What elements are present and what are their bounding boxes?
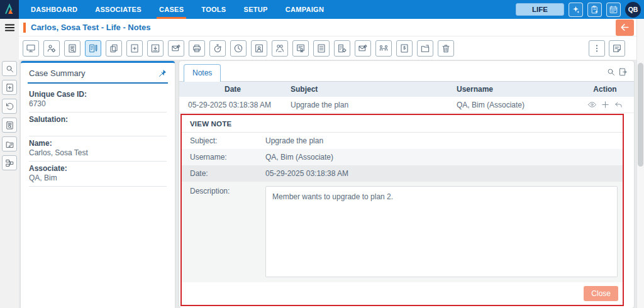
toolbar-save-button[interactable] <box>147 40 164 57</box>
summary-field-label: Unique Case ID: <box>29 90 167 99</box>
toolbar-document-search-button[interactable] <box>64 40 80 57</box>
nav-item-tools[interactable]: TOOLS <box>192 0 235 19</box>
view-note-field-value: Upgrade the plan <box>265 136 623 145</box>
nav-item-associates[interactable]: ASSOCIATES <box>86 0 150 19</box>
view-note-field-label: Subject: <box>182 136 265 145</box>
toolbar-copy-button[interactable] <box>106 40 122 57</box>
toolbar-email-compose-button[interactable] <box>355 40 371 57</box>
close-button[interactable]: Close <box>584 286 618 301</box>
view-note-footer: Close <box>182 282 623 305</box>
summary-field: Name:Carlos, Sosa Test <box>29 136 167 162</box>
search-icon <box>5 64 14 74</box>
view-eye-icon <box>587 100 597 109</box>
toolbar-folder-document-button[interactable] <box>417 40 433 57</box>
hamburger-menu-icon[interactable] <box>0 19 19 36</box>
toolbar-email-edit-button[interactable] <box>168 40 184 57</box>
rail-document-search-button[interactable] <box>2 118 17 133</box>
application-window: DASHBOARDASSOCIATESCASESTOOLSSETUPCAMPAI… <box>0 0 644 308</box>
summary-field: Unique Case ID:6730 <box>29 87 167 113</box>
copy-icon <box>109 43 119 53</box>
view-note-field-row: Date:05-29-2025 03:18:38 AM <box>182 165 623 182</box>
app-logo-icon[interactable] <box>0 0 19 19</box>
summary-field: Associate:QA, Bim <box>29 162 167 187</box>
company-settings-icon <box>337 43 347 53</box>
calendar-icon <box>609 5 618 14</box>
document-search-icon <box>5 121 14 130</box>
sparkles-button[interactable] <box>569 3 583 17</box>
notes-search-button[interactable] <box>606 67 616 77</box>
rail-search-button[interactable] <box>2 61 17 76</box>
toolbar-user-card-button[interactable] <box>251 40 267 57</box>
add-plus-icon <box>601 100 610 109</box>
rail-history-button[interactable] <box>2 99 17 114</box>
view-note-field-value: 05-29-2025 03:18:38 AM <box>265 169 623 178</box>
document-add-icon <box>130 43 140 53</box>
rail-workflow-button[interactable] <box>2 155 17 170</box>
table-row[interactable]: 05-29-2025 03:18:38 AMUpgrade the planQA… <box>179 97 634 113</box>
search-icon <box>606 67 616 77</box>
user-card-icon <box>254 43 264 53</box>
toolbar-kebab-menu-button[interactable] <box>589 40 605 57</box>
tab-notes[interactable]: Notes <box>184 64 221 82</box>
scrollbar-thumb[interactable] <box>638 63 643 167</box>
toolbar-users-link-button[interactable] <box>375 40 392 57</box>
folder-document-icon <box>420 43 430 53</box>
case-summary-panel: Case Summary Unique Case ID:6730Salutati… <box>21 61 175 308</box>
clipboard-add-button[interactable] <box>587 3 602 17</box>
description-textarea[interactable]: Member wants to upgrade to plan 2. <box>265 186 618 277</box>
summary-field-label: Name: <box>29 139 167 148</box>
calendar-button[interactable] <box>606 3 621 17</box>
user-avatar[interactable]: QB <box>625 2 641 18</box>
notes-export-button[interactable] <box>618 67 628 77</box>
reply-action-button[interactable] <box>614 100 623 109</box>
toolbar-clock-button[interactable] <box>230 40 247 57</box>
folder-edit-icon <box>5 140 14 149</box>
pin-icon[interactable] <box>158 69 167 78</box>
add-plus-action-button[interactable] <box>601 100 610 109</box>
notes-panel: Notes DateSubjectUsernameAction 05-29-20… <box>179 61 634 308</box>
users-link-icon <box>379 43 389 53</box>
save-icon <box>150 43 160 53</box>
vertical-scrollbar[interactable] <box>636 19 644 308</box>
note-date-cell: 05-29-2025 03:18:38 AM <box>179 101 286 109</box>
toolbar-trash-button[interactable] <box>438 40 454 57</box>
toolbar-stopwatch-button[interactable] <box>209 40 226 57</box>
clock-icon <box>233 43 243 53</box>
reply-icon <box>614 100 623 109</box>
rail-document-add-button[interactable] <box>2 80 17 95</box>
nav-item-setup[interactable]: SETUP <box>235 0 277 19</box>
toolbar-users-button[interactable] <box>272 40 288 57</box>
rail-folder-edit-button[interactable] <box>2 136 17 151</box>
toolbar-user-settings-button[interactable] <box>43 40 60 57</box>
toolbar-company-settings-button[interactable] <box>334 40 350 57</box>
view-eye-action-button[interactable] <box>587 100 597 109</box>
view-note-field-row: Username:QA, Bim (Associate) <box>182 149 623 165</box>
nav-item-dashboard[interactable]: DASHBOARD <box>22 0 86 19</box>
print-icon <box>192 43 202 53</box>
column-header-action: Action <box>576 85 634 94</box>
view-note-field-value: QA, Bim (Associate) <box>265 153 623 162</box>
summary-field: Salutation: <box>29 113 167 136</box>
toolbar-notes-button[interactable] <box>85 40 101 57</box>
left-icon-rail <box>0 19 19 308</box>
back-button[interactable] <box>616 19 634 36</box>
toolbar-monitor-button[interactable] <box>23 40 39 57</box>
toolbar-document-add-button[interactable] <box>126 40 143 57</box>
nav-item-campaign[interactable]: CAMPAIGN <box>277 0 333 19</box>
toolbar-checklist-button[interactable] <box>313 40 330 57</box>
toolbar-invoice-button[interactable] <box>396 40 413 57</box>
toolbar-sticky-note-button[interactable] <box>609 40 625 57</box>
nav-menu: DASHBOARDASSOCIATESCASESTOOLSSETUPCAMPAI… <box>22 0 333 19</box>
case-summary-fields: Unique Case ID:6730Salutation:Name:Carlo… <box>21 84 175 187</box>
nav-item-cases[interactable]: CASES <box>150 0 192 19</box>
view-note-description-row: Description: Member wants to upgrade to … <box>182 182 623 282</box>
column-header-subject: Subject <box>286 85 457 94</box>
page-title-bar: Carlos, Sosa Test - Life - Notes <box>19 19 644 36</box>
life-button[interactable]: LIFE <box>516 3 564 16</box>
toolbar-print-button[interactable] <box>189 40 205 57</box>
toolbar-certificate-button[interactable] <box>292 40 309 57</box>
case-toolbar <box>19 36 644 60</box>
stopwatch-icon <box>213 43 223 53</box>
summary-field-value: Carlos, Sosa Test <box>29 148 167 158</box>
case-summary-header: Case Summary <box>28 63 168 84</box>
